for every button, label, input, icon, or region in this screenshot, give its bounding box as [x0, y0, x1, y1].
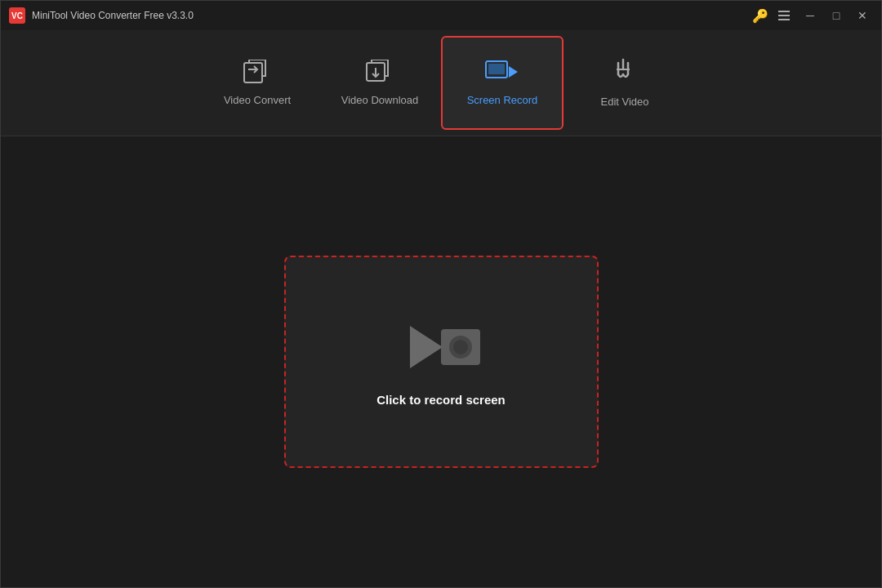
- tab-screen-record[interactable]: Screen Record: [441, 36, 564, 130]
- svg-point-11: [453, 340, 468, 354]
- svg-marker-8: [410, 326, 443, 368]
- minimize-button[interactable]: ─: [800, 7, 821, 24]
- tab-video-download[interactable]: Video Download: [318, 36, 441, 130]
- record-area-text: Click to record screen: [376, 393, 506, 407]
- close-button[interactable]: ✕: [852, 7, 873, 24]
- main-content: Click to record screen: [1, 136, 881, 587]
- camera-large-icon: [400, 318, 482, 376]
- app-logo: VC: [9, 7, 25, 24]
- tab-screen-record-label: Screen Record: [467, 94, 538, 106]
- app-title: MiniTool Video Converter Free v3.3.0: [32, 10, 194, 21]
- title-bar-left: VC MiniTool Video Converter Free v3.3.0: [9, 7, 194, 24]
- tab-edit-video-label: Edit Video: [600, 96, 648, 108]
- maximize-button[interactable]: □: [826, 7, 847, 24]
- nav-bar: Video Convert Video Download: [1, 30, 881, 136]
- svg-rect-0: [244, 63, 262, 82]
- title-bar-controls: 🔑 ─ □ ✕: [752, 7, 873, 24]
- tab-video-convert[interactable]: Video Convert: [196, 36, 318, 130]
- tab-edit-video[interactable]: Edit Video: [564, 36, 686, 130]
- camera-icon-wrapper: [400, 318, 482, 376]
- app-window: VC MiniTool Video Converter Free v3.3.0 …: [0, 0, 882, 588]
- svg-marker-6: [509, 66, 518, 78]
- video-convert-icon: [243, 60, 272, 86]
- record-area[interactable]: Click to record screen: [284, 256, 599, 468]
- edit-video-icon: [610, 58, 639, 87]
- svg-rect-5: [488, 64, 505, 74]
- screen-record-icon: [485, 60, 519, 86]
- video-download-icon: [365, 60, 394, 86]
- menu-button[interactable]: [773, 7, 795, 24]
- title-bar: VC MiniTool Video Converter Free v3.3.0 …: [1, 1, 881, 30]
- key-icon: 🔑: [752, 8, 768, 24]
- hamburger-icon: [775, 7, 793, 24]
- tab-video-convert-label: Video Convert: [224, 94, 291, 106]
- tab-video-download-label: Video Download: [341, 94, 418, 106]
